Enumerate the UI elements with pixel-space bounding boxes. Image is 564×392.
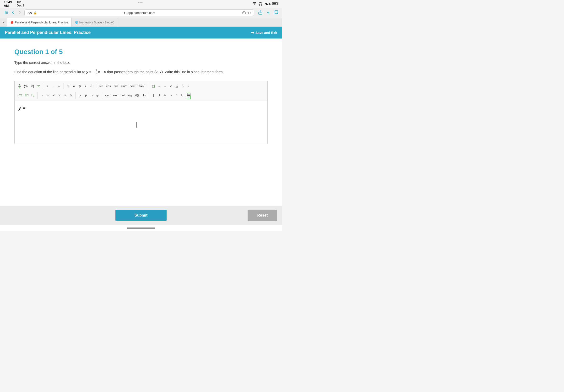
main-content: Question 1 of 5 Type the correct answer … <box>0 39 282 206</box>
tabs-button[interactable] <box>273 10 279 16</box>
toolbar-intersection-btn[interactable]: ∩ <box>180 84 185 88</box>
address-bar[interactable]: AA 🔒 f1.app.edmentum.com <box>24 9 254 16</box>
toolbar-sec-btn[interactable]: sec <box>112 93 119 98</box>
toolbar-alpha-btn[interactable]: α <box>71 84 77 88</box>
toolbar-gte-btn[interactable]: ≥ <box>68 93 74 98</box>
toolbar-tan-btn[interactable]: tan <box>112 84 119 88</box>
app-header: Parallel and Perpendicular Lines: Practi… <box>0 27 282 39</box>
save-exit-label: Save and Exit <box>255 31 277 35</box>
back-button[interactable] <box>11 10 15 16</box>
question-number: Question 1 of 5 <box>14 48 268 56</box>
tab-label-2: Homework Space - StudyX <box>79 21 114 24</box>
sidebar-toggle-button[interactable] <box>3 10 9 15</box>
toolbar-sigma-btn[interactable]: Σ <box>186 84 191 88</box>
toolbar-triangle-btn[interactable]: △ <box>174 84 179 88</box>
svg-rect-2 <box>273 3 276 4</box>
toolbar-divider-1 <box>43 83 43 89</box>
toolbar-arcsin-btn[interactable]: sin-1 <box>120 84 128 88</box>
app-title: Parallel and Perpendicular Lines: Practi… <box>5 30 91 35</box>
status-bar: 10:49 AM Tue Dec 3 🎧 76% <box>0 0 282 8</box>
toolbar-section-log: csc sec cot log log□ ln <box>104 93 147 98</box>
toolbar-degree-btn[interactable]: ° <box>174 93 179 98</box>
wifi-icon <box>253 2 256 6</box>
toolbar-cos-btn[interactable]: cos <box>105 84 112 88</box>
toolbar-section-roots: √□ ∛□ □0 <box>17 93 36 98</box>
toolbar-sim-btn[interactable]: ~ <box>168 93 174 98</box>
toolbar-superscript-btn[interactable]: □² <box>36 84 41 88</box>
equation-display: y = −12x − 5 <box>86 70 106 74</box>
toolbar-sin-btn[interactable]: sin <box>98 84 104 88</box>
toolbar-lt-btn[interactable]: < <box>51 93 56 98</box>
toolbar-lambda-btn[interactable]: λ <box>78 93 83 98</box>
toolbar-section-fractions: a b (0) |0| □² <box>17 83 41 90</box>
toolbar-rightarrow-btn[interactable]: → <box>163 84 168 88</box>
toolbar-arccos-btn[interactable]: cos-1 <box>129 84 138 88</box>
toolbar-fraction-btn[interactable]: a b <box>17 83 22 90</box>
svg-rect-1 <box>278 3 278 4</box>
toolbar-section-trig1: π α β ε ϑ <box>66 84 94 88</box>
toolbar-cong-btn[interactable]: ≅ <box>163 93 168 98</box>
toolbar-angle-btn[interactable]: ∠ <box>168 84 174 88</box>
status-date: Tue Dec 3 <box>17 0 27 7</box>
toolbar-gt-btn[interactable]: > <box>57 93 62 98</box>
lock-icon: 🔒 <box>33 11 37 14</box>
toolbar-beta-btn[interactable]: β <box>77 84 83 88</box>
tab-active[interactable]: 🔴 Parallel and Perpendicular Lines: Prac… <box>7 18 72 27</box>
toolbar-parallel-btn[interactable]: ∥ <box>151 93 156 98</box>
battery-icon <box>273 2 278 6</box>
toolbar-union-btn[interactable]: U <box>180 93 185 98</box>
toolbar-cot-btn[interactable]: cot <box>120 93 126 98</box>
toolbar-section-relations: ∥ ⊥ ≅ ~ ° U □□□□ <box>151 91 192 99</box>
status-time: 10:49 AM <box>4 0 15 7</box>
toolbar-vartheta-btn[interactable]: ϑ <box>89 84 94 88</box>
toolbar-sqrt-btn[interactable]: √□ <box>17 93 23 98</box>
toolbar-logn-btn[interactable]: log□ <box>133 93 141 98</box>
toolbar-arctan-btn[interactable]: tan-1 <box>138 84 147 88</box>
upload-button[interactable] <box>257 10 263 16</box>
aa-label[interactable]: AA <box>28 11 32 14</box>
reset-button[interactable]: Reset <box>248 210 277 221</box>
add-tab-button[interactable]: + <box>266 10 271 16</box>
submit-button[interactable]: Submit <box>115 210 166 221</box>
toolbar-plus-btn[interactable]: + <box>45 84 50 88</box>
forward-button[interactable] <box>17 10 22 16</box>
toolbar-epsilon-btn[interactable]: ε <box>83 84 88 88</box>
toolbar-phi-btn[interactable]: φ <box>95 93 100 98</box>
toolbar-equals-btn[interactable]: = <box>56 84 62 88</box>
tab-close-button[interactable]: ✕ <box>0 21 7 24</box>
toolbar-csc-btn[interactable]: csc <box>104 93 111 98</box>
home-bar <box>127 227 155 228</box>
toolbar-section-trig2: sin cos tan sin-1 cos-1 tan-1 <box>98 84 147 88</box>
toolbar-log-btn[interactable]: log <box>126 93 133 98</box>
toolbar-perp-btn[interactable]: ⊥ <box>157 93 162 98</box>
toolbar-overline-btn[interactable]: □̄ <box>151 84 156 88</box>
headphone-icon: 🎧 <box>258 2 262 6</box>
toolbar-section-greek2: λ μ ρ φ <box>78 93 100 98</box>
toolbar-cbrt-btn[interactable]: ∛□ <box>23 93 30 98</box>
toolbar-ln-btn[interactable]: ln <box>142 93 147 98</box>
refresh-icon[interactable] <box>247 11 251 15</box>
question-text: Find the equation of the line perpendicu… <box>14 68 268 76</box>
math-toolbar: a b (0) |0| □² + − = π α β ε ϑ sin cos t… <box>14 81 268 101</box>
toolbar-paren-btn[interactable]: (0) <box>23 84 29 88</box>
save-exit-button[interactable]: ➡ Save and Exit <box>251 30 277 35</box>
svg-rect-3 <box>4 11 5 14</box>
toolbar-minus-btn[interactable]: − <box>51 84 56 88</box>
browser-nav[interactable] <box>3 10 22 16</box>
browser-actions[interactable]: + <box>257 10 279 16</box>
toolbar-leftrightarrow-btn[interactable]: ↔ <box>157 84 162 88</box>
toolbar-mu-btn[interactable]: μ <box>83 93 89 98</box>
toolbar-subscript-btn[interactable]: □0 <box>30 93 36 98</box>
toolbar-dot-btn[interactable]: · <box>40 93 45 98</box>
answer-box[interactable]: y = <box>14 101 268 144</box>
toolbar-divider-6 <box>76 92 76 99</box>
toolbar-times-btn[interactable]: × <box>45 93 51 98</box>
toolbar-lte-btn[interactable]: ≤ <box>63 93 68 98</box>
tab-label-1: Parallel and Perpendicular Lines: Practi… <box>15 21 68 24</box>
toolbar-matrix-btn[interactable]: □□□□ <box>185 91 192 99</box>
tab-inactive[interactable]: 🌐 Homework Space - StudyX <box>72 18 117 27</box>
toolbar-abs-btn[interactable]: |0| <box>29 84 35 88</box>
toolbar-rho-btn[interactable]: ρ <box>89 93 94 98</box>
home-indicator <box>0 225 282 231</box>
toolbar-pi-btn[interactable]: π <box>66 84 71 88</box>
